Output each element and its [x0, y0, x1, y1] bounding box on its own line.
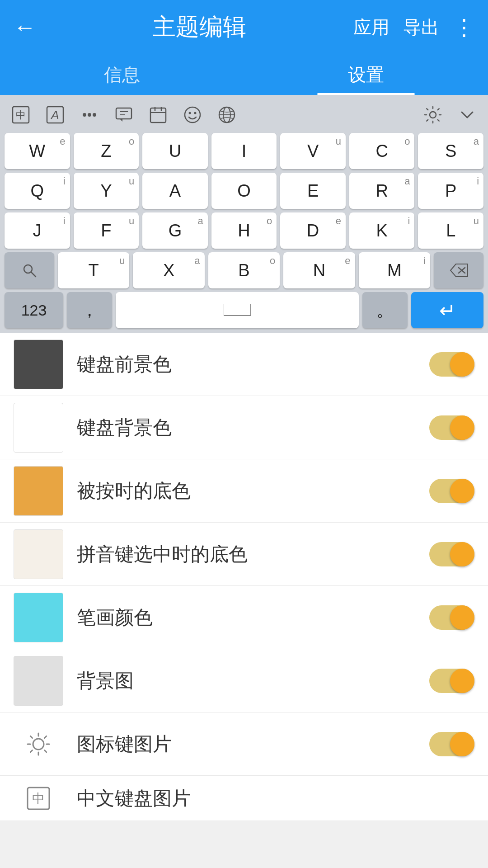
key-T[interactable]: Tu — [58, 252, 129, 288]
key-L[interactable]: Lu — [418, 212, 483, 249]
header: ← 主题编辑 应用 导出 ⋮ — [0, 0, 488, 54]
key-U[interactable]: U — [142, 133, 208, 169]
key-row-bottom: 123 ， 。 ↵ — [5, 292, 483, 328]
dots-icon[interactable] — [77, 102, 102, 127]
bg-image-label: 背景图 — [77, 668, 416, 693]
pinyin-selected-color-toggle[interactable] — [429, 542, 474, 566]
key-O[interactable]: O — [211, 173, 277, 209]
globe-icon[interactable] — [214, 102, 239, 127]
key-comma[interactable]: ， — [67, 292, 112, 328]
pinyin-selected-color-label: 拼音键选中时的底色 — [77, 542, 416, 567]
svg-point-29 — [33, 739, 44, 750]
calendar-icon[interactable] — [145, 102, 171, 127]
keyboard-bg-color-swatch[interactable] — [14, 403, 63, 453]
emoji-icon[interactable] — [180, 102, 205, 127]
chevron-down-icon[interactable] — [455, 102, 480, 127]
settings-icon[interactable] — [420, 102, 446, 127]
key-H[interactable]: Ho — [211, 212, 277, 249]
chinese-keyboard-image-swatch[interactable]: 中 — [14, 776, 63, 821]
key-G[interactable]: Ga — [142, 212, 208, 249]
key-Q[interactable]: Qi — [5, 173, 70, 209]
svg-marker-10 — [120, 119, 122, 122]
toolbar-right — [420, 102, 480, 127]
key-row-2: Qi Yu A O E Ra Pi — [5, 173, 483, 209]
key-space[interactable] — [116, 292, 359, 328]
icon-key-image-swatch[interactable] — [14, 719, 63, 769]
svg-point-15 — [185, 107, 200, 123]
bg-image-toggle[interactable] — [429, 669, 474, 693]
key-press-color-label: 被按时的底色 — [77, 478, 416, 504]
bg-image-swatch[interactable] — [14, 656, 63, 706]
key-F[interactable]: Fu — [74, 212, 139, 249]
svg-rect-7 — [116, 108, 131, 119]
key-V[interactable]: Vu — [280, 133, 346, 169]
key-W[interactable]: We — [5, 133, 70, 169]
stroke-color-toggle[interactable] — [429, 605, 474, 630]
key-period[interactable]: 。 — [362, 292, 408, 328]
toggle-thumb — [450, 605, 474, 630]
key-backspace[interactable] — [434, 252, 483, 288]
settings-item-stroke-color: 笔画颜色 — [0, 586, 488, 649]
key-K[interactable]: Ki — [349, 212, 415, 249]
svg-rect-11 — [150, 108, 166, 123]
toggle-thumb — [450, 542, 474, 566]
toolbar-icons: 中 A — [8, 102, 239, 127]
chinese-icon[interactable]: 中 — [8, 102, 33, 127]
svg-point-6 — [93, 113, 96, 117]
text-icon[interactable]: A — [42, 102, 68, 127]
key-E[interactable]: E — [280, 173, 346, 209]
key-press-color-toggle[interactable] — [429, 479, 474, 503]
settings-item-chinese-keyboard-image: 中 中文键盘图片 — [0, 776, 488, 821]
pinyin-selected-color-swatch[interactable] — [14, 529, 63, 579]
stroke-color-swatch[interactable] — [14, 593, 63, 642]
key-Y[interactable]: Yu — [74, 173, 139, 209]
tab-settings[interactable]: 设置 — [244, 54, 488, 95]
apply-button[interactable]: 应用 — [353, 15, 389, 40]
key-Z[interactable]: Zo — [74, 133, 139, 169]
key-row-1: We Zo U I Vu Co Sa — [5, 133, 483, 169]
chat-icon[interactable] — [111, 102, 136, 127]
key-A[interactable]: A — [142, 173, 208, 209]
icon-key-image-toggle[interactable] — [429, 732, 474, 756]
keyboard-fg-color-toggle[interactable] — [429, 352, 474, 377]
svg-point-4 — [83, 113, 86, 117]
key-J[interactable]: Ji — [5, 212, 70, 249]
settings-item-pinyin-selected-color: 拼音键选中时的底色 — [0, 523, 488, 586]
key-N[interactable]: Ne — [283, 252, 355, 288]
svg-point-5 — [88, 113, 91, 117]
tab-info[interactable]: 信息 — [0, 54, 244, 95]
key-press-color-swatch[interactable] — [14, 466, 63, 516]
svg-text:中: 中 — [32, 792, 45, 806]
key-123[interactable]: 123 — [5, 292, 63, 328]
toggle-thumb — [450, 352, 474, 377]
key-P[interactable]: Pi — [418, 173, 483, 209]
key-D[interactable]: De — [280, 212, 346, 249]
key-B[interactable]: Bo — [208, 252, 280, 288]
keyboard-fg-color-swatch[interactable] — [14, 340, 63, 389]
key-X[interactable]: Xa — [133, 252, 204, 288]
key-R[interactable]: Ra — [349, 173, 415, 209]
icon-key-image-label: 图标键图片 — [77, 731, 416, 757]
key-C[interactable]: Co — [349, 133, 415, 169]
settings-item-keyboard-bg-color: 键盘背景色 — [0, 396, 488, 459]
page-title: 主题编辑 — [45, 11, 353, 43]
keyboard-fg-color-label: 键盘前景色 — [77, 352, 416, 377]
export-button[interactable]: 导出 — [403, 15, 439, 40]
keyboard-toolbar: 中 A — [5, 102, 483, 127]
key-S[interactable]: Sa — [418, 133, 483, 169]
svg-point-17 — [194, 112, 197, 114]
settings-list: 键盘前景色 键盘背景色 被按时的底色 拼音键选中时的底色 — [0, 333, 488, 821]
tabs: 信息 设置 — [0, 54, 488, 95]
key-enter[interactable]: ↵ — [411, 292, 483, 328]
key-M[interactable]: Mi — [359, 252, 430, 288]
keyboard-bg-color-toggle[interactable] — [429, 415, 474, 440]
settings-item-bg-image: 背景图 — [0, 649, 488, 712]
back-button[interactable]: ← — [14, 14, 36, 40]
header-actions: 应用 导出 ⋮ — [353, 14, 474, 40]
key-search[interactable] — [5, 252, 54, 288]
svg-text:A: A — [50, 108, 59, 122]
key-row-4: Tu Xa Bo Ne Mi — [5, 252, 483, 288]
svg-point-16 — [189, 112, 191, 114]
more-button[interactable]: ⋮ — [453, 14, 474, 40]
key-I[interactable]: I — [211, 133, 277, 169]
